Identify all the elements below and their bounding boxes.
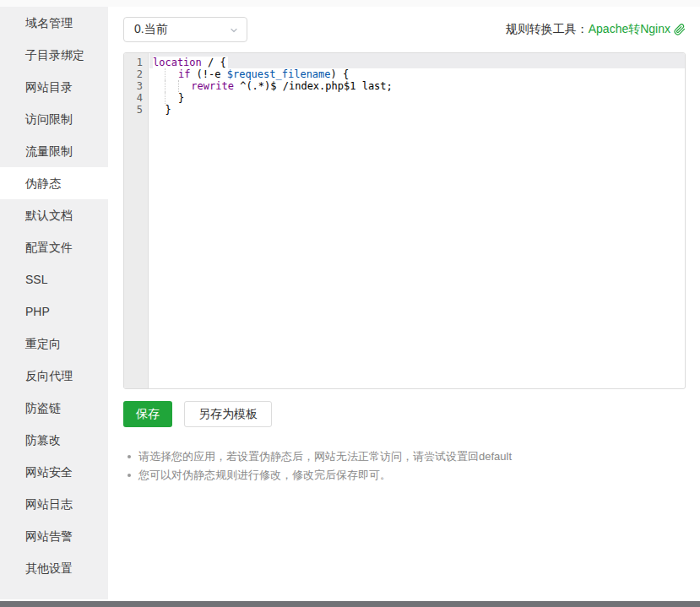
code-token: rewrite: [191, 80, 234, 92]
code-line[interactable]: if (!-e $request_filename) {: [149, 68, 685, 80]
sidebar-item[interactable]: 网站告警: [0, 520, 108, 552]
code-line[interactable]: }: [149, 92, 685, 104]
pseudo-static-panel: 0.当前 规则转换工具： Apache转Nginx 12345 location…: [108, 7, 700, 607]
sidebar-item[interactable]: 防篡改: [0, 424, 108, 456]
bullet-icon: [128, 455, 131, 458]
sidebar-item[interactable]: 域名管理: [0, 7, 108, 39]
line-number: 2: [124, 68, 148, 80]
sidebar-item[interactable]: 网站日志: [0, 488, 108, 520]
note-text: 您可以对伪静态规则进行修改，修改完后保存即可。: [138, 466, 391, 485]
rule-template-select[interactable]: 0.当前: [123, 17, 247, 42]
line-number: 4: [124, 92, 148, 104]
code-area[interactable]: location / { if (!-e $request_filename) …: [149, 53, 685, 388]
code-line[interactable]: rewrite ^(.*)$ /index.php$1 last;: [149, 80, 685, 92]
code-token: ^(.*)$ /index.php$1 last;: [234, 80, 393, 92]
sidebar-item[interactable]: 访问限制: [0, 103, 108, 135]
sidebar-item[interactable]: 重定向: [0, 328, 108, 360]
rule-template-select-value: 0.当前: [134, 22, 168, 37]
code-line-text: if (!-e $request_filename) {: [153, 68, 349, 80]
rule-convert-label: 规则转换工具：: [506, 22, 589, 37]
line-number: 1: [124, 57, 148, 68]
indent-guide: [153, 80, 165, 92]
top-strip: [0, 0, 700, 7]
line-number-gutter: 12345: [124, 53, 149, 388]
chevron-down-icon: [229, 25, 239, 35]
sidebar-item[interactable]: 流量限制: [0, 135, 108, 167]
sidebar-item[interactable]: 伪静态: [0, 167, 108, 199]
sidebar-item[interactable]: PHP: [0, 295, 108, 328]
code-token: $request_filename: [227, 68, 331, 80]
code-line[interactable]: }: [149, 104, 685, 116]
indent-guide: [165, 92, 177, 104]
line-number: 5: [124, 104, 148, 116]
bullet-icon: [128, 474, 131, 477]
code-token: / {: [202, 57, 226, 68]
code-token: }: [178, 92, 184, 104]
rewrite-rule-editor[interactable]: 12345 location / { if (!-e $request_file…: [123, 52, 686, 389]
code-line[interactable]: location / {: [149, 57, 685, 68]
action-buttons: 保存 另存为模板: [123, 401, 700, 427]
sidebar-item[interactable]: 其他设置: [0, 552, 108, 584]
sidebar-item[interactable]: 配置文件: [0, 231, 108, 263]
sidebar-item[interactable]: 反向代理: [0, 360, 108, 392]
horizontal-scrollbar[interactable]: [0, 601, 700, 607]
help-notes: 请选择您的应用，若设置伪静态后，网站无法正常访问，请尝试设置回default您可…: [128, 447, 700, 485]
indent-guide: [165, 80, 177, 92]
save-button[interactable]: 保存: [123, 401, 172, 427]
code-token: location: [153, 57, 202, 68]
indent-guide: [153, 92, 165, 104]
indent-guide: [153, 68, 165, 80]
settings-sidebar: 域名管理子目录绑定网站目录访问限制流量限制伪静态默认文档配置文件SSLPHP重定…: [0, 7, 108, 599]
sidebar-item[interactable]: 默认文档: [0, 199, 108, 231]
code-line-text: }: [153, 104, 171, 116]
note-line: 请选择您的应用，若设置伪静态后，网站无法正常访问，请尝试设置回default: [128, 447, 700, 466]
code-line-text: location / {: [153, 57, 228, 68]
indent-guide: [165, 68, 177, 80]
note-line: 您可以对伪静态规则进行修改，修改完后保存即可。: [128, 466, 700, 485]
sidebar-item[interactable]: 防盗链: [0, 392, 108, 424]
apache-to-nginx-link[interactable]: Apache转Nginx: [589, 22, 686, 37]
toolbar: 0.当前 规则转换工具： Apache转Nginx: [123, 17, 686, 42]
code-token: (!-e: [190, 68, 226, 80]
save-as-template-button[interactable]: 另存为模板: [184, 401, 272, 427]
rule-convert-tool: 规则转换工具： Apache转Nginx: [506, 22, 686, 37]
code-line-text: }: [153, 92, 184, 104]
note-text: 请选择您的应用，若设置伪静态后，网站无法正常访问，请尝试设置回default: [138, 447, 512, 466]
code-token: }: [165, 104, 171, 116]
indent-guide: [178, 80, 191, 92]
indent-guide: [153, 104, 165, 116]
sidebar-item[interactable]: 子目录绑定: [0, 39, 108, 71]
code-lines: location / { if (!-e $request_filename) …: [149, 57, 685, 116]
sidebar-item[interactable]: SSL: [0, 263, 108, 295]
code-token: if: [178, 68, 190, 80]
sidebar-item[interactable]: 网站目录: [0, 71, 108, 103]
paperclip-icon: [674, 24, 686, 35]
sidebar-item[interactable]: 网站安全: [0, 456, 108, 488]
code-line-text: rewrite ^(.*)$ /index.php$1 last;: [153, 80, 393, 92]
code-token: ) {: [331, 68, 350, 80]
line-number: 3: [124, 80, 148, 92]
